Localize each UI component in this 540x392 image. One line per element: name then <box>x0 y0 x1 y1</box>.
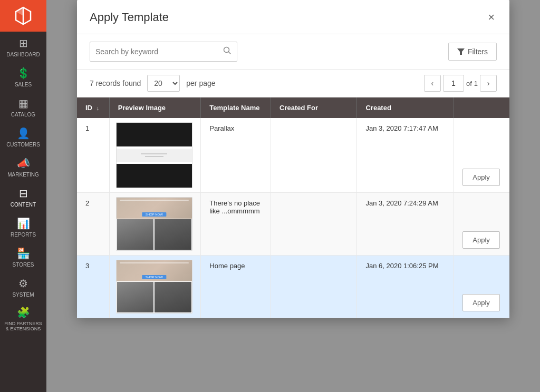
row-preview: SHOP NOW <box>109 193 201 256</box>
row-template-name: Home page <box>201 256 271 318</box>
per-page-label: per page <box>186 79 215 87</box>
col-header-id: ID ↓ <box>77 97 109 118</box>
table-row: 3 SHOP NOW Home pageJan 6, 2020 1:06:25 … <box>77 256 509 318</box>
modal-title: Apply Template <box>90 11 169 24</box>
sidebar-item-label: CONTENT <box>11 202 36 208</box>
col-header-preview: Preview Image <box>109 97 201 118</box>
sidebar-item-label: STORES <box>13 262 34 268</box>
sidebar-item-label: MARKETING <box>7 172 38 178</box>
search-input[interactable] <box>90 47 218 56</box>
sidebar-item-label: REPORTS <box>11 232 36 238</box>
sidebar-item-catalog[interactable]: ▦ CATALOG <box>0 92 46 122</box>
row-created-for <box>271 256 357 318</box>
modal-header: Apply Template × <box>77 0 509 34</box>
records-found: 7 records found <box>90 79 141 87</box>
sidebar-item-label: CUSTOMERS <box>6 142 40 148</box>
apply-button[interactable]: Apply <box>462 231 500 249</box>
apply-template-modal: Apply Template × <box>77 0 509 318</box>
col-header-created: Created <box>357 97 454 118</box>
row-id: 3 <box>77 256 109 318</box>
apply-button[interactable]: Apply <box>462 169 500 186</box>
row-action: Apply <box>454 193 509 256</box>
per-page-select[interactable]: 20 50 100 <box>147 75 180 92</box>
page-number-input[interactable] <box>443 75 464 92</box>
search-icon <box>223 46 232 55</box>
sidebar-item-stores[interactable]: 🏪 STORES <box>0 242 46 272</box>
row-action: Apply <box>454 256 509 318</box>
row-template-name: Parallax <box>201 118 271 193</box>
extensions-icon: 🧩 <box>17 306 30 319</box>
total-pages: 1 <box>474 80 478 87</box>
svg-marker-5 <box>457 48 465 55</box>
template-table: ID ↓ Preview Image Template Name Created… <box>77 97 509 318</box>
svg-line-4 <box>229 52 231 54</box>
magento-logo-icon <box>13 5 34 26</box>
table-row: 2 SHOP NOW There's no place like ...ommm… <box>77 193 509 256</box>
svg-marker-1 <box>16 7 23 16</box>
reports-icon: 📊 <box>17 217 30 230</box>
page-navigation: ‹ of 1 › <box>424 75 497 92</box>
col-header-action <box>454 97 509 118</box>
row-template-name: There's no place like ...ommmmm <box>201 193 271 256</box>
modal-close-button[interactable]: × <box>486 9 497 25</box>
pagination-bar: 7 records found 20 50 100 per page ‹ of … <box>77 70 509 97</box>
sidebar-logo <box>0 0 46 32</box>
sidebar-item-label: DASHBOARD <box>6 52 40 57</box>
col-header-created-for: Created For <box>271 97 357 118</box>
customers-icon: 👤 <box>17 127 30 140</box>
row-id: 2 <box>77 193 109 256</box>
row-created-for <box>271 118 357 193</box>
row-id: 1 <box>77 118 109 193</box>
search-button[interactable] <box>218 46 237 57</box>
sidebar-item-label: SALES <box>15 82 32 87</box>
sidebar-item-label: FIND PARTNERS & EXTENSIONS <box>2 321 44 331</box>
table-row: 1 ParallaxJan 3, 2020 7:17:47 AMApply <box>77 118 509 193</box>
content-icon: ⊟ <box>19 187 28 200</box>
col-header-name: Template Name <box>201 97 271 118</box>
main-area: Apply Template × <box>46 0 540 392</box>
row-created: Jan 3, 2020 7:24:29 AM <box>357 193 454 256</box>
row-preview: SHOP NOW <box>109 256 201 318</box>
marketing-icon: 📣 <box>17 157 30 170</box>
row-created-for <box>271 193 357 256</box>
system-icon: ⚙ <box>18 277 28 290</box>
sidebar-item-dashboard[interactable]: ⊞ DASHBOARD <box>0 32 46 62</box>
sidebar-item-reports[interactable]: 📊 REPORTS <box>0 212 46 242</box>
dashboard-icon: ⊞ <box>19 37 28 50</box>
catalog-icon: ▦ <box>18 97 28 110</box>
sidebar-item-label: CATALOG <box>11 112 35 117</box>
filters-button[interactable]: Filters <box>448 43 497 61</box>
sidebar-item-find-partners[interactable]: 🧩 FIND PARTNERS & EXTENSIONS <box>0 302 46 336</box>
row-created: Jan 3, 2020 7:17:47 AM <box>357 118 454 193</box>
sidebar-item-system[interactable]: ⚙ SYSTEM <box>0 272 46 302</box>
sidebar-item-customers[interactable]: 👤 CUSTOMERS <box>0 122 46 152</box>
sidebar: ⊞ DASHBOARD 💲 SALES ▦ CATALOG 👤 CUSTOMER… <box>0 0 46 392</box>
sidebar-item-content[interactable]: ⊟ CONTENT <box>0 182 46 212</box>
sidebar-item-sales[interactable]: 💲 SALES <box>0 62 46 92</box>
sales-icon: 💲 <box>17 67 30 80</box>
row-created: Jan 6, 2020 1:06:25 PM <box>357 256 454 318</box>
apply-button[interactable]: Apply <box>462 294 500 311</box>
search-box <box>90 42 237 62</box>
per-page-dropdown[interactable]: 20 50 100 <box>148 79 179 88</box>
row-action: Apply <box>454 118 509 193</box>
sidebar-item-label: SYSTEM <box>12 292 34 298</box>
template-table-container: ID ↓ Preview Image Template Name Created… <box>77 97 509 318</box>
prev-page-button[interactable]: ‹ <box>424 75 441 92</box>
sort-icon: ↓ <box>97 105 100 111</box>
modal-toolbar: Filters <box>77 34 509 70</box>
filters-icon <box>457 48 465 55</box>
sidebar-item-marketing[interactable]: 📣 MARKETING <box>0 152 46 182</box>
stores-icon: 🏪 <box>17 247 30 260</box>
row-preview <box>109 118 201 193</box>
next-page-button[interactable]: › <box>480 75 497 92</box>
modal-overlay: Apply Template × <box>46 0 540 392</box>
